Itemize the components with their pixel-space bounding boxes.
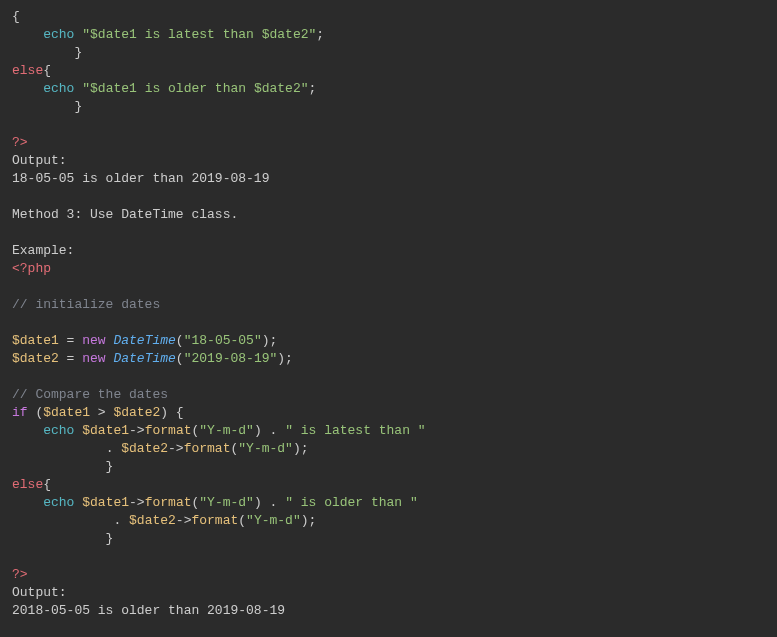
line: echo "$date1 is latest than $date2"; [12,27,324,42]
line: ?> [12,567,28,582]
line: Method 3: Use DateTime class. [12,207,238,222]
line: Example: [12,243,74,258]
line: echo "$date1 is older than $date2"; [12,81,316,96]
code-block: { echo "$date1 is latest than $date2"; }… [0,0,777,628]
line: } [12,99,82,114]
line: $date1 = new DateTime("18-05-05"); [12,333,277,348]
line: } [12,531,113,546]
line: // initialize dates [12,297,160,312]
line: // Compare the dates [12,387,168,402]
line: $date2 = new DateTime("2019-08-19"); [12,351,293,366]
line: echo $date1->format("Y-m-d") . " is olde… [12,495,418,510]
line: <?php [12,261,51,276]
line: 2018-05-05 is older than 2019-08-19 [12,603,285,618]
line: . $date2->format("Y-m-d"); [12,441,309,456]
line: if ($date1 > $date2) { [12,405,184,420]
line: echo $date1->format("Y-m-d") . " is late… [12,423,426,438]
line: Output: [12,585,67,600]
line: } [12,45,82,60]
line: Output: [12,153,67,168]
line: 18-05-05 is older than 2019-08-19 [12,171,269,186]
line: { [12,9,20,24]
line: ?> [12,135,28,150]
line: . $date2->format("Y-m-d"); [12,513,316,528]
line: else{ [12,477,51,492]
line: } [12,459,113,474]
line: else{ [12,63,51,78]
